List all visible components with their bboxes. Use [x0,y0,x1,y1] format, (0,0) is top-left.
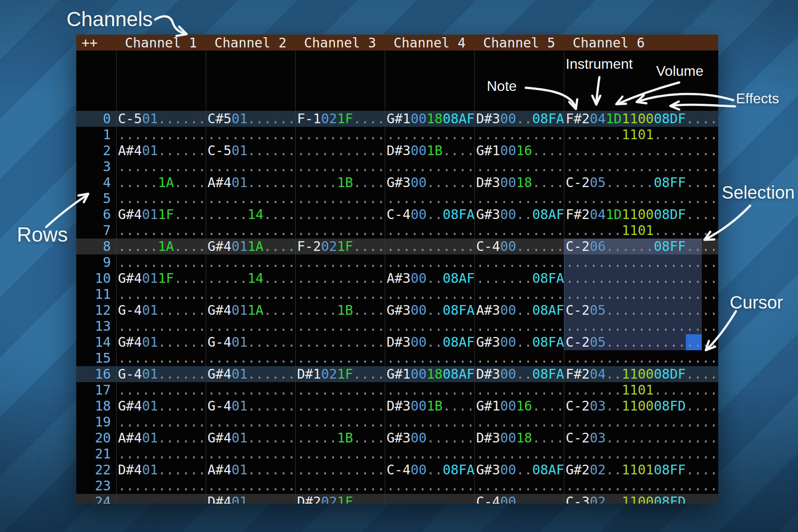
pattern-cell-r8-ch6[interactable]: C-206......08FF.... [566,239,718,254]
pattern-cell-r5-ch3[interactable]: ........... [297,191,385,207]
channel-header-2[interactable]: Channel 2 [206,35,295,51]
pattern-cell-r20-ch2[interactable]: G#401...... [207,430,296,446]
pattern-cell-r17-ch4[interactable]: ........... [387,382,475,398]
pattern-cell-r20-ch5[interactable]: D#30018.... [476,430,564,446]
pattern-cell-r7-ch6[interactable]: .......1101........ [566,223,718,239]
pattern-cell-r4-ch6[interactable]: C-205......08FF.... [566,175,718,191]
pattern-cell-r7-ch3[interactable]: ........... [297,223,385,239]
pattern-cell-r0-ch4[interactable]: G#1001808AF [387,111,475,127]
pattern-cell-r0-ch1[interactable]: C-501...... [118,111,206,127]
pattern-cell-r7-ch5[interactable]: ........... [476,223,564,239]
pattern-cell-r0-ch6[interactable]: F#2041D110008DF.... [566,111,718,127]
pattern-cell-r1-ch2[interactable]: ........... [207,127,296,143]
pattern-cell-r24-ch6[interactable]: C-302..110008FD.... [566,494,718,504]
pattern-cell-r5-ch4[interactable]: ........... [387,191,475,207]
pattern-cell-r18-ch2[interactable]: G-401...... [207,398,296,414]
pattern-cell-r15-ch4[interactable]: ........... [387,350,475,366]
pattern-cell-r2-ch4[interactable]: D#3001B.... [387,143,475,159]
channel-header-3[interactable]: Channel 3 [295,35,385,51]
pattern-cell-r3-ch5[interactable]: ........... [476,159,564,175]
pattern-cell-r18-ch5[interactable]: G#10016.... [476,398,564,414]
pattern-cell-r18-ch1[interactable]: G#401...... [118,398,206,414]
pattern-cell-r23-ch5[interactable]: ........... [476,478,564,494]
pattern-cell-r11-ch4[interactable]: ........... [387,286,475,302]
pattern-cell-r18-ch3[interactable]: ........... [297,398,385,414]
pattern-cell-r12-ch2[interactable]: G#4011A.... [207,302,296,318]
pattern-cell-r11-ch5[interactable]: ........... [476,286,564,302]
pattern-cell-r8-ch2[interactable]: G#4011A.... [207,239,296,254]
pattern-cell-r5-ch2[interactable]: ........... [207,191,296,207]
pattern-cell-r9-ch2[interactable]: ........... [207,254,296,270]
pattern-cell-r12-ch6[interactable]: C-205.............. [566,302,718,318]
pattern-cell-r13-ch5[interactable]: ........... [476,318,564,334]
pattern-cell-r11-ch6[interactable]: ................... [566,286,718,302]
pattern-cell-r21-ch2[interactable]: ........... [207,446,296,462]
pattern-cell-r14-ch3[interactable]: ........... [297,334,385,350]
pattern-cell-r4-ch1[interactable]: .....1A.... [118,175,206,191]
pattern-cell-r2-ch2[interactable]: C-501...... [207,143,296,159]
pattern-cell-r21-ch4[interactable]: ........... [387,446,475,462]
pattern-cell-r23-ch1[interactable]: ........... [118,478,206,494]
pattern-cell-r10-ch3[interactable]: ........... [297,270,385,286]
pattern-cell-r21-ch1[interactable]: ........... [118,446,206,462]
pattern-cell-r4-ch5[interactable]: D#30018.... [476,175,564,191]
pattern-cell-r4-ch4[interactable]: G#300...... [387,175,475,191]
pattern-cell-r24-ch4[interactable]: ........... [387,494,475,504]
pattern-cell-r0-ch5[interactable]: D#300..08FA [476,111,564,127]
pattern-cell-r15-ch2[interactable]: ........... [207,350,296,366]
pattern-cell-r2-ch5[interactable]: G#10016.... [476,143,564,159]
pattern-cell-r23-ch4[interactable]: ........... [387,478,475,494]
pattern-cell-r16-ch4[interactable]: G#1001808AF [387,366,475,382]
pattern-cell-r3-ch4[interactable]: ........... [387,159,475,175]
pattern-cell-r20-ch4[interactable]: G#300...... [387,430,475,446]
pattern-cell-r3-ch2[interactable]: ........... [207,159,296,175]
channel-header-4[interactable]: Channel 4 [385,35,474,51]
pattern-cell-r3-ch1[interactable]: ........... [118,159,206,175]
pattern-cell-r24-ch5[interactable]: C-400...... [476,494,564,504]
pattern-cell-r17-ch2[interactable]: ........... [207,382,296,398]
pattern-cell-r10-ch2[interactable]: .....14.... [207,270,296,286]
pattern-cell-r9-ch5[interactable]: ........... [476,254,564,270]
pattern-cell-r8-ch3[interactable]: F-2021F.... [297,239,385,254]
pattern-cell-r14-ch5[interactable]: G#300..08FA [476,334,564,350]
pattern-cell-r1-ch4[interactable]: ........... [387,127,475,143]
pattern-cell-r17-ch1[interactable]: ........... [118,382,206,398]
pattern-cell-r6-ch3[interactable]: ........... [297,207,385,223]
pattern-cell-r10-ch1[interactable]: G#4011F.... [118,270,206,286]
pattern-cell-r9-ch3[interactable]: ........... [297,254,385,270]
pattern-cell-r9-ch6[interactable]: ................... [566,254,718,270]
pattern-cell-r10-ch5[interactable]: .......08FA [476,270,564,286]
pattern-cell-r4-ch3[interactable]: .....1B.... [297,175,385,191]
pattern-cell-r18-ch4[interactable]: D#3001B.... [387,398,475,414]
pattern-cell-r11-ch2[interactable]: ........... [207,286,296,302]
pattern-cell-r19-ch2[interactable]: ........... [207,414,296,430]
pattern-cell-r14-ch2[interactable]: G-401...... [207,334,296,350]
pattern-cell-r13-ch2[interactable]: ........... [207,318,296,334]
pattern-cell-r12-ch1[interactable]: G-401...... [118,302,206,318]
pattern-cell-r7-ch4[interactable]: ........... [387,223,475,239]
pattern-cell-r3-ch3[interactable]: ........... [297,159,385,175]
pattern-cell-r1-ch6[interactable]: .......1101........ [566,127,718,143]
pattern-cell-r17-ch6[interactable]: .......1101........ [566,382,718,398]
pattern-cell-r8-ch1[interactable]: .....1A.... [118,239,206,254]
pattern-cell-r4-ch2[interactable]: A#401...... [207,175,296,191]
pattern-cell-r16-ch5[interactable]: D#300..08FA [476,366,564,382]
pattern-cell-r13-ch1[interactable]: ........... [118,318,206,334]
pattern-cell-r16-ch6[interactable]: F#204..110008DF.... [566,366,718,382]
pattern-cell-r14-ch4[interactable]: D#300..08AF [387,334,475,350]
pattern-cell-r9-ch1[interactable]: ........... [118,254,206,270]
pattern-cell-r5-ch6[interactable]: ................... [566,191,718,207]
pattern-cell-r14-ch6[interactable]: C-205.............. [566,334,718,350]
pattern-cell-r7-ch1[interactable]: ........... [118,223,206,239]
pattern-cell-r9-ch4[interactable]: ........... [387,254,475,270]
pattern-cell-r15-ch5[interactable]: ........... [476,350,564,366]
pattern-cell-r8-ch5[interactable]: C-400...... [476,239,564,254]
pattern-cell-r16-ch2[interactable]: G#401...... [207,366,296,382]
pattern-cell-r0-ch2[interactable]: C#501...... [207,111,296,127]
pattern-cell-r23-ch6[interactable]: ................... [566,478,718,494]
header-corner[interactable]: ++ [76,35,116,51]
pattern-cell-r6-ch5[interactable]: G#300..08AF [476,207,564,223]
pattern-cell-r2-ch1[interactable]: A#401...... [118,143,206,159]
channel-header-5[interactable]: Channel 5 [474,35,564,51]
pattern-cell-r2-ch6[interactable]: ................... [566,143,718,159]
